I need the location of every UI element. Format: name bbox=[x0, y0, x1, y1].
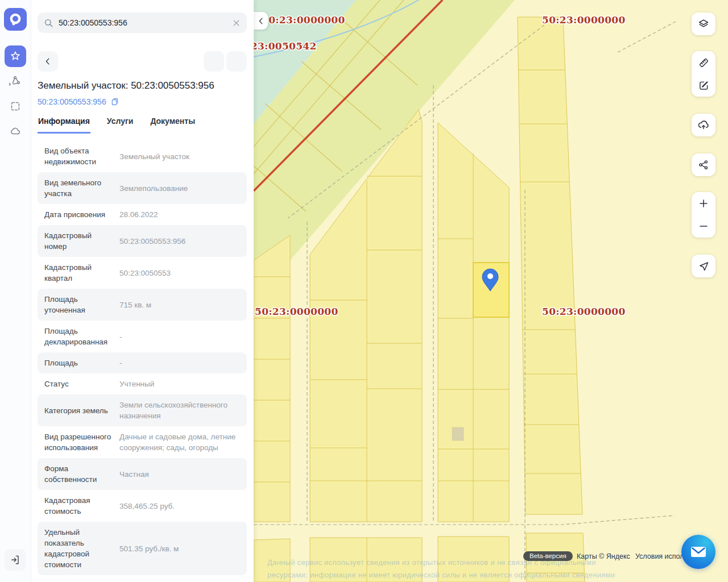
share-button[interactable] bbox=[226, 51, 247, 72]
share-button[interactable] bbox=[692, 153, 715, 176]
control-group bbox=[692, 114, 715, 136]
copy-icon[interactable] bbox=[110, 97, 119, 106]
zoom-out-button[interactable] bbox=[692, 215, 715, 238]
copy-icon bbox=[110, 97, 119, 106]
map-attribution: Карты © Яндекс bbox=[577, 552, 630, 560]
table-row: Вид разрешенного использованияДачные и с… bbox=[38, 426, 247, 458]
cloud-icon bbox=[9, 125, 22, 138]
row-value: 50:23:0050553:956 bbox=[114, 236, 240, 247]
row-value: Учтенный bbox=[114, 379, 240, 389]
tab-bar: ИнформацияУслугиДокументы bbox=[38, 117, 247, 134]
search-clear-button[interactable] bbox=[231, 18, 241, 28]
rail-item-select-area[interactable] bbox=[5, 95, 26, 117]
rail-item-cloud[interactable] bbox=[5, 120, 26, 142]
row-label: Категория земель bbox=[44, 405, 114, 416]
control-group bbox=[692, 153, 715, 176]
locate-icon bbox=[698, 260, 710, 272]
search-input[interactable] bbox=[54, 18, 231, 27]
table-row: Площадь уточненная715 кв. м bbox=[38, 289, 247, 321]
row-label: Площадь bbox=[44, 357, 114, 368]
ruler-button[interactable] bbox=[692, 51, 715, 74]
row-label: Статус bbox=[44, 379, 114, 389]
row-value: Частная bbox=[114, 469, 240, 480]
chat-button[interactable] bbox=[681, 535, 715, 569]
attributes-table: Вид объекта недвижимостиЗемельный участо… bbox=[38, 140, 247, 575]
cadastral-number-link[interactable]: 50:23:0050553:956 bbox=[38, 97, 106, 106]
row-value: - bbox=[114, 357, 240, 368]
row-label: Удельный показатель кадастровой стоимост… bbox=[44, 527, 114, 570]
ruler-icon bbox=[698, 57, 710, 69]
clear-icon bbox=[231, 18, 241, 28]
table-row: Кадастровый номер50:23:0050553:956 bbox=[38, 225, 247, 257]
row-value: 715 кв. м bbox=[114, 300, 240, 310]
layers-icon bbox=[697, 18, 710, 30]
cadastral-label: 50:23:0000000 bbox=[255, 306, 338, 317]
row-value: 50:23:0050553 bbox=[114, 268, 240, 278]
edit-button[interactable] bbox=[692, 74, 715, 97]
app-window: Земельный участок: 50:23:0050553:956 50:… bbox=[0, 0, 728, 582]
table-row: СтатусУчтенный bbox=[38, 373, 247, 394]
tab-documents[interactable]: Документы bbox=[150, 117, 196, 134]
cadastral-label: 50:23:0000000 bbox=[542, 14, 626, 26]
app-logo[interactable] bbox=[4, 8, 27, 31]
locate-button[interactable] bbox=[692, 255, 715, 277]
map-building bbox=[452, 427, 464, 440]
share-icon bbox=[698, 159, 709, 171]
row-label: Вид объекта недвижимости bbox=[44, 146, 114, 167]
collapse-chevron-icon bbox=[256, 16, 266, 26]
cadastral-map[interactable]: 50:23:000000050:23:005054250:23:00000005… bbox=[254, 0, 728, 582]
row-label: Площадь уточненная bbox=[44, 294, 114, 315]
row-value: 501.35 руб./кв. м bbox=[114, 543, 240, 554]
rail-item-polygon-tool[interactable] bbox=[5, 70, 26, 92]
edit-icon bbox=[698, 80, 710, 92]
detail-panel: Земельный участок: 50:23:0050553:956 50:… bbox=[31, 0, 254, 582]
back-button[interactable] bbox=[38, 51, 58, 72]
envelope-icon bbox=[690, 543, 707, 560]
map-controls bbox=[692, 13, 715, 277]
cadastral-number-link-row: 50:23:0050553:956 bbox=[38, 97, 247, 106]
row-value: 28.06.2022 bbox=[114, 209, 240, 220]
tab-information[interactable]: Информация bbox=[38, 117, 90, 134]
control-group bbox=[692, 51, 715, 97]
star-icon bbox=[9, 50, 22, 63]
row-label: Дата присвоения bbox=[44, 209, 114, 220]
row-label: Вид разрешенного использования bbox=[44, 431, 114, 453]
table-row: Кадастровая стоимость358,465.25 руб. bbox=[38, 490, 247, 522]
left-rail bbox=[0, 0, 31, 582]
beta-badge: Beta-версия bbox=[523, 551, 573, 561]
row-label: Форма собственности bbox=[44, 463, 114, 485]
row-label: Вид земельного участка bbox=[44, 177, 114, 199]
row-value: Землепользование bbox=[114, 183, 240, 194]
exit-button[interactable] bbox=[5, 549, 26, 571]
table-row: Вид земельного участкаЗемлепользование bbox=[38, 172, 247, 204]
table-row: Вид объекта недвижимостиЗемельный участо… bbox=[38, 140, 247, 172]
table-row: Дата присвоения28.06.2022 bbox=[38, 204, 247, 225]
layers-button[interactable] bbox=[692, 13, 715, 35]
table-row: Площадь- bbox=[38, 352, 247, 373]
zoom-out-icon bbox=[697, 220, 710, 232]
search-bar bbox=[38, 13, 247, 33]
row-value: Дачные и садовые дома, летние сооружения… bbox=[114, 431, 240, 453]
map-area[interactable]: 50:23:000000050:23:005054250:23:00000005… bbox=[254, 0, 728, 582]
cloud-upload-button[interactable] bbox=[692, 114, 715, 136]
control-group bbox=[692, 255, 715, 277]
rail-item-favorites[interactable] bbox=[5, 45, 26, 67]
panel-collapse-button[interactable] bbox=[254, 12, 268, 30]
row-value: Земли сельскохозяйственного назначения bbox=[114, 400, 240, 421]
zoom-in-button[interactable] bbox=[692, 192, 715, 215]
table-row: Площадь декларированная- bbox=[38, 321, 247, 352]
select-area-icon bbox=[9, 100, 22, 113]
rail-items bbox=[5, 45, 26, 146]
tab-services[interactable]: Услуги bbox=[106, 117, 134, 134]
control-group bbox=[692, 192, 715, 238]
cadastral-label: 50:23:0000000 bbox=[262, 14, 345, 26]
row-label: Кадастровый квартал bbox=[44, 262, 114, 284]
page-title: Земельный участок: 50:23:0050553:956 bbox=[38, 80, 247, 92]
row-label: Кадастровый номер bbox=[44, 230, 114, 252]
favorite-button[interactable] bbox=[204, 51, 224, 72]
share-icon bbox=[231, 56, 242, 67]
cadastral-label: 50:23:0050542 bbox=[254, 40, 317, 52]
cloud-upload-icon bbox=[697, 119, 710, 131]
back-chevron-icon bbox=[43, 56, 53, 66]
row-label: Кадастровая стоимость bbox=[44, 495, 114, 517]
